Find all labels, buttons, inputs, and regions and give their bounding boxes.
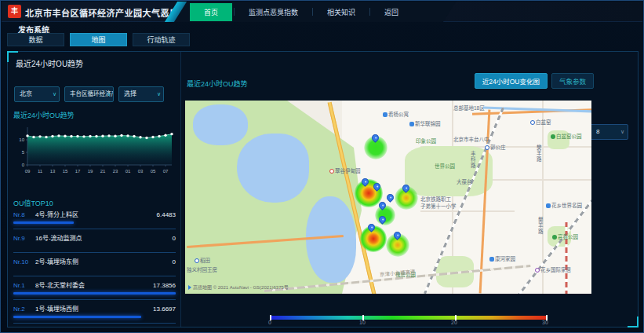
map-place-label: 白盆窑公园 (551, 134, 582, 140)
station-number-select[interactable]: 8 ∨ (589, 124, 628, 140)
nav-item-knowledge[interactable]: 相关知识 (315, 4, 368, 20)
top-list-item[interactable]: Nr.10 2号-填埋场东侧 0 (13, 253, 176, 276)
nav-item-odor-index[interactable]: 监测点恶臭指数 (236, 4, 311, 20)
map-place-label: 白盆窑 (530, 119, 551, 126)
top-list-item[interactable]: Nr.8 4号-筛分上料区 6.4483 (13, 206, 176, 229)
station-filter-value: 选择 (124, 90, 136, 97)
ou-top-list: Nr.8 4号-筛分上料区 6.4483 Nr.9 16号-流动监测点 0 Nr… (13, 206, 176, 324)
ou-change-map-button[interactable]: 近24小时OU变化图 (475, 73, 548, 89)
blue-poi-icon (546, 203, 551, 208)
metro-poi-icon (195, 258, 199, 263)
map-place-label: 大葆台 (457, 179, 472, 185)
svg-text:0: 0 (22, 163, 25, 167)
main-nav: 首页 监测点恶臭指数 相关知识 返回 (190, 2, 411, 22)
colorbar-label: 30 (542, 320, 548, 325)
map-water (193, 104, 248, 145)
map-place-label: 稻田 (195, 258, 210, 264)
svg-text:17: 17 (75, 169, 81, 174)
ou-value: 0 (173, 258, 176, 265)
svg-text:11: 11 (38, 169, 43, 174)
map-canvas[interactable]: 看杨公寓总部基地18区新华联锦园印象公园北京市丰台八中世界公园郭公庄白盆窑白盆窑… (185, 101, 591, 294)
map-place-label: 樊羊路 (535, 145, 541, 163)
map-place-label: 北京铁路职工 (420, 196, 451, 203)
map-water (306, 196, 356, 283)
blue-poi-icon (409, 122, 414, 126)
value-bar (13, 292, 176, 295)
map-buttons: 近24小时OU变化图 气象参数 (475, 73, 594, 89)
park-poi-icon (552, 235, 557, 240)
map-place-label: 樊羊路 (537, 217, 543, 235)
heat-colorbar (270, 316, 548, 320)
map-street (420, 210, 515, 212)
map-place-label: 高鑫公园 (552, 234, 578, 240)
map-place-label: 郭公庄 (485, 145, 506, 151)
tab-map[interactable]: 地图 (70, 33, 127, 46)
red-poi-icon (329, 169, 334, 174)
map-street (491, 179, 591, 181)
map-place-label: 丰科路 (469, 151, 475, 169)
map-place-label: 子弟第十一小学 (420, 203, 457, 210)
svg-text:09: 09 (25, 169, 31, 174)
nav-item-back[interactable]: 返回 (372, 4, 411, 20)
amap-logo-icon (188, 285, 191, 290)
svg-text:5: 5 (22, 150, 25, 155)
map-place-label: 看杨公寓 (383, 112, 409, 118)
svg-text:01: 01 (126, 169, 131, 174)
nav-item-home[interactable]: 首页 (190, 3, 232, 21)
station-name: 16号-流动监测点 (35, 233, 173, 242)
svg-text:07: 07 (163, 169, 169, 174)
chevron-down-icon: ∨ (107, 87, 111, 101)
value-bar (13, 316, 141, 318)
station-name: 2号-填埋场东侧 (35, 257, 173, 265)
attribution-text: 高德地图 © 2021 AutoNavi - GS(2021)6375号 (193, 285, 289, 290)
rank-label: Nr.10 (13, 258, 35, 265)
rank-label: Nr.1 (13, 282, 35, 289)
blue-poi-icon (489, 257, 494, 262)
colorbar-label: 20 (451, 320, 457, 325)
map-water (237, 134, 309, 203)
top-list-item[interactable]: Nr.2 1号-填埋场西侧 13.6697 (13, 300, 176, 324)
svg-text:05: 05 (151, 169, 156, 174)
svg-text:19: 19 (88, 169, 93, 174)
value-bar (13, 221, 74, 224)
weather-params-button[interactable]: 气象参数 (551, 73, 594, 89)
svg-text:03: 03 (138, 169, 144, 174)
map-place-label: 北京市丰台八中 (453, 137, 489, 143)
app-logo-icon: 丰 (8, 5, 21, 18)
map-place-label: 翠谷伊甸园 (329, 168, 361, 174)
rank-label: Nr.9 (13, 235, 35, 242)
colorbar-label: 10 (359, 320, 366, 325)
station-name: 8号-北天堂村委会 (35, 280, 153, 289)
map-park-area (405, 146, 493, 196)
metro-poi-icon (530, 120, 535, 125)
district-select[interactable]: 丰台区循环经济产 ∨ (64, 86, 114, 102)
header: 丰 北京市丰台区循环经济产业园大气恶臭状况实时 首页 监测点恶臭指数 相关知识 … (2, 2, 642, 22)
metro-poi-icon (485, 145, 489, 150)
station-name: 4号-筛分上料区 (35, 210, 157, 218)
nav-separator (369, 8, 370, 16)
rank-label: Nr.2 (13, 306, 35, 313)
svg-text:13: 13 (50, 169, 56, 174)
rank-label: Nr.8 (13, 211, 35, 218)
station-number-value: 8 (596, 128, 599, 135)
tab-data[interactable]: 数据 (7, 33, 64, 46)
blue-poi-icon (383, 112, 387, 117)
chevron-down-icon: ∨ (53, 87, 56, 101)
map-place-label: 康河家园 (489, 256, 515, 262)
left-sidebar: 北京 ∨ 丰台区循环经济产 ∨ 选择 ∨ 最近24小时OU趋势 05100911… (8, 52, 181, 327)
nav-separator (312, 8, 313, 16)
top-list-item[interactable]: Nr.1 8号-北天堂村委会 17.3856 (13, 276, 176, 300)
tab-track[interactable]: 行动轨迹 (133, 33, 190, 46)
park-poi-icon (551, 134, 555, 139)
map-place-label: 印象公园 (416, 138, 436, 145)
city-select-value: 北京 (20, 90, 32, 97)
ou-value: 0 (173, 235, 176, 242)
station-filter-select[interactable]: 选择 ∨ (118, 86, 164, 102)
svg-text:10: 10 (19, 137, 24, 142)
city-select[interactable]: 北京 ∨ (14, 86, 60, 102)
map-attribution: 高德地图 © 2021 AutoNavi - GS(2021)6375号 (188, 284, 289, 291)
nav-separator (234, 8, 235, 16)
map-place-label: 总部基地18区 (453, 105, 485, 112)
colorbar-label: 0 (268, 320, 271, 325)
top-list-item[interactable]: Nr.9 16号-流动监测点 0 (13, 229, 176, 253)
